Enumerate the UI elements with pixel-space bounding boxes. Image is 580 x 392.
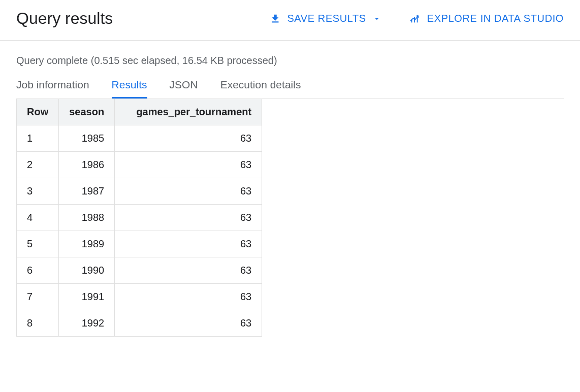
cell-season: 1992: [59, 310, 115, 337]
tab-job-information[interactable]: Job information: [16, 79, 89, 99]
explore-data-studio-button[interactable]: EXPLORE IN DATA STUDIO: [410, 13, 564, 24]
results-header: Query results SAVE RESULTS EXPLORE IN DA…: [0, 0, 580, 41]
table-row: 2198663: [17, 152, 262, 178]
table-row: 3198763: [17, 178, 262, 205]
explore-label: EXPLORE IN DATA STUDIO: [427, 13, 564, 24]
cell-games: 63: [115, 178, 262, 205]
cell-row: 4: [17, 205, 59, 231]
cell-row: 6: [17, 257, 59, 284]
cell-row: 1: [17, 125, 59, 152]
save-results-label: SAVE RESULTS: [287, 13, 366, 24]
cell-games: 63: [115, 257, 262, 284]
column-header-row: Row: [17, 99, 59, 125]
tabs: Job information Results JSON Execution d…: [16, 79, 564, 99]
cell-season: 1985: [59, 125, 115, 152]
download-icon: [270, 13, 281, 24]
cell-season: 1988: [59, 205, 115, 231]
column-header-games: games_per_tournament: [115, 99, 262, 125]
save-results-button[interactable]: SAVE RESULTS: [270, 13, 381, 24]
cell-row: 5: [17, 231, 59, 257]
cell-games: 63: [115, 152, 262, 178]
tab-json[interactable]: JSON: [170, 79, 198, 99]
results-content: Query complete (0.515 sec elapsed, 16.54…: [0, 41, 580, 337]
table-row: 7199163: [17, 284, 262, 310]
table-row: 4198863: [17, 205, 262, 231]
cell-season: 1987: [59, 178, 115, 205]
cell-season: 1989: [59, 231, 115, 257]
column-header-season: season: [59, 99, 115, 125]
chart-icon: [410, 13, 421, 24]
cell-season: 1991: [59, 284, 115, 310]
cell-games: 63: [115, 125, 262, 152]
table-row: 6199063: [17, 257, 262, 284]
page-title: Query results: [16, 9, 113, 28]
cell-games: 63: [115, 231, 262, 257]
cell-games: 63: [115, 205, 262, 231]
cell-row: 3: [17, 178, 59, 205]
cell-row: 7: [17, 284, 59, 310]
tab-results[interactable]: Results: [112, 79, 147, 99]
cell-season: 1990: [59, 257, 115, 284]
cell-games: 63: [115, 284, 262, 310]
caret-down-icon: [372, 14, 381, 23]
table-row: 1198563: [17, 125, 262, 152]
cell-row: 8: [17, 310, 59, 337]
tab-execution-details[interactable]: Execution details: [220, 79, 301, 99]
results-table-wrap: Row season games_per_tournament 11985632…: [16, 99, 564, 337]
results-table: Row season games_per_tournament 11985632…: [16, 99, 262, 337]
table-row: 8199263: [17, 310, 262, 337]
table-row: 5198963: [17, 231, 262, 257]
cell-row: 2: [17, 152, 59, 178]
cell-season: 1986: [59, 152, 115, 178]
table-header-row: Row season games_per_tournament: [17, 99, 262, 125]
cell-games: 63: [115, 310, 262, 337]
status-text: Query complete (0.515 sec elapsed, 16.54…: [16, 55, 564, 67]
